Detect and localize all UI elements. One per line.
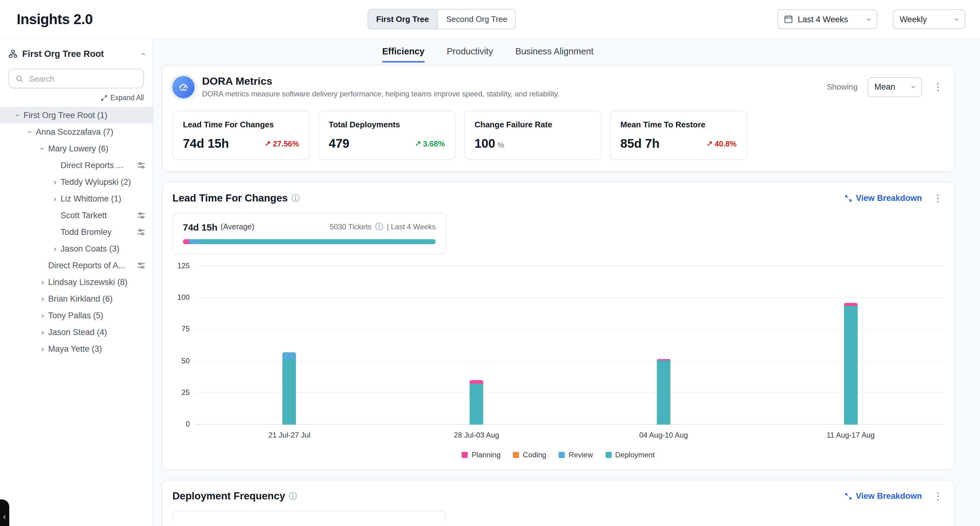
chevron-right-icon[interactable]: › xyxy=(49,244,60,253)
metric-card-total-deployments: Total Deployments479↗3.68% xyxy=(318,111,455,160)
tree-item-label: Todd Bromley xyxy=(60,228,111,237)
sidebar-collapse-icon[interactable]: › xyxy=(139,53,147,55)
filter-sliders-icon[interactable] xyxy=(137,228,145,236)
expand-all-label: Expand All xyxy=(110,94,144,101)
info-icon[interactable]: ⓘ xyxy=(375,221,383,233)
showing-label: Showing xyxy=(827,82,858,91)
info-icon[interactable]: ⓘ xyxy=(292,193,300,204)
deployment-menu-dots-icon[interactable]: ⋮ xyxy=(932,491,944,501)
gridline xyxy=(196,424,944,425)
chevron-down-icon[interactable]: › xyxy=(38,143,47,154)
bar-segment-planning xyxy=(469,381,483,384)
org-toggle-first-org-tree[interactable]: First Org Tree xyxy=(368,10,438,29)
legend-label: Planning xyxy=(472,451,501,459)
tree-item-anna-scozzafava-7[interactable]: ›Anna Scozzafava (7) xyxy=(0,124,153,140)
lead-time-panel: Lead Time For Changes ⓘ View Breakdown xyxy=(162,182,955,470)
lead-time-title: Lead Time For Changes xyxy=(172,192,288,204)
chart-plot xyxy=(196,266,944,425)
gridline xyxy=(196,297,944,298)
tree-item-lindsay-liszewski-8[interactable]: ›Lindsay Liszewski (8) xyxy=(0,274,153,290)
metric-card-mean-time-to-restore: Mean Time To Restore85d 7h↗40.8% xyxy=(610,111,747,160)
filter-sliders-icon[interactable] xyxy=(137,161,145,169)
bar-segment-review xyxy=(283,352,296,359)
chevron-down-icon[interactable]: › xyxy=(25,126,35,137)
tree-item-jason-stead-4[interactable]: ›Jason Stead (4) xyxy=(0,324,153,341)
tab-efficiency[interactable]: Efficiency xyxy=(382,46,425,62)
view-breakdown-button[interactable]: View Breakdown xyxy=(845,491,922,500)
metric-value-row: 100% xyxy=(474,137,591,151)
view-breakdown-button[interactable]: View Breakdown xyxy=(845,193,922,203)
org-toggle-second-org-tree[interactable]: Second Org Tree xyxy=(438,10,515,29)
bar-segment-deployment xyxy=(657,360,670,425)
y-tick-label: 50 xyxy=(181,356,190,365)
tree-item-direct-reports[interactable]: Direct Reports ... xyxy=(0,157,153,174)
lead-time-summary-card: 74d 15h (Average) 5030 Tickets ⓘ | Last … xyxy=(172,213,446,254)
tree-item-jason-coats-3[interactable]: ›Jason Coats (3) xyxy=(0,241,153,257)
view-breakdown-label: View Breakdown xyxy=(856,193,922,203)
tab-productivity[interactable]: Productivity xyxy=(447,46,493,62)
legend-item-deployment[interactable]: Deployment xyxy=(605,451,655,459)
filter-sliders-icon[interactable] xyxy=(137,261,145,269)
org-tree-icon xyxy=(9,49,17,58)
tree-item-brian-kirkland-6[interactable]: ›Brian Kirkland (6) xyxy=(0,290,153,307)
org-tree-toggle: First Org TreeSecond Org Tree xyxy=(368,9,516,29)
legend-item-coding[interactable]: Coding xyxy=(513,451,546,459)
granularity-select[interactable]: Weekly › xyxy=(893,9,965,29)
chevron-right-icon[interactable]: › xyxy=(49,177,60,186)
sidebar-collapse-handle[interactable]: › xyxy=(0,499,9,526)
chevron-right-icon[interactable]: › xyxy=(37,294,48,303)
metric-value-row: 479↗3.68% xyxy=(329,137,445,151)
tree-item-liz-whittome-1[interactable]: ›Liz Whittome (1) xyxy=(0,190,153,207)
tree-item-teddy-wylupski-2[interactable]: ›Teddy Wylupski (2) xyxy=(0,174,153,190)
tree-item-mary-lowery-6[interactable]: ›Mary Lowery (6) xyxy=(0,140,153,157)
chevron-down-icon[interactable]: › xyxy=(13,110,22,121)
tree-item-todd-bromley[interactable]: Todd Bromley xyxy=(0,224,153,241)
dora-menu-dots-icon[interactable]: ⋮ xyxy=(932,82,944,92)
tree-item-first-org-tree-root-1[interactable]: ›First Org Tree Root (1) xyxy=(0,107,153,124)
phase-segment-planning xyxy=(183,239,189,244)
deployment-summary-card xyxy=(172,510,446,522)
chevron-right-icon[interactable]: › xyxy=(37,311,48,320)
metric-value: 479 xyxy=(329,137,349,151)
metric-card-change-failure-rate: Change Failure Rate100% xyxy=(464,111,601,160)
deployment-frequency-title: Deployment Frequency xyxy=(172,490,285,502)
dora-titles: DORA Metrics DORA metrics measure softwa… xyxy=(202,75,560,98)
chevron-right-icon[interactable]: › xyxy=(49,194,60,203)
legend-item-planning[interactable]: Planning xyxy=(462,451,501,459)
search-input[interactable] xyxy=(28,73,137,84)
dora-title: DORA Metrics xyxy=(202,75,560,88)
chevron-down-icon: › xyxy=(910,86,918,88)
summary-top: 74d 15h (Average) 5030 Tickets ⓘ | Last … xyxy=(183,221,436,233)
calendar-icon xyxy=(784,15,793,24)
dora-subtitle: DORA metrics measure software delivery p… xyxy=(202,89,560,98)
metric-delta: ↗40.8% xyxy=(706,139,737,148)
filter-sliders-icon[interactable] xyxy=(137,211,145,220)
tree-item-scott-tarkett[interactable]: Scott Tarkett xyxy=(0,207,153,224)
info-icon[interactable]: ⓘ xyxy=(289,491,297,502)
chart-x-labels: 21 Jul-27 Jul28 Jul-03 Aug04 Aug-10 Aug1… xyxy=(196,431,944,441)
tree-item-label: Teddy Wylupski (2) xyxy=(60,177,131,186)
chevron-right-icon[interactable]: › xyxy=(37,344,48,354)
tab-business-alignment[interactable]: Business Alignment xyxy=(515,46,593,62)
sidebar-header: First Org Tree Root › xyxy=(0,45,153,62)
chevron-right-icon[interactable]: › xyxy=(37,277,48,287)
tickets-count: 5030 Tickets xyxy=(330,223,371,231)
lead-time-menu-dots-icon[interactable]: ⋮ xyxy=(932,193,944,203)
chevron-right-icon[interactable]: › xyxy=(37,328,48,337)
date-range-select[interactable]: Last 4 Weeks › xyxy=(777,9,877,29)
legend-item-review[interactable]: Review xyxy=(558,451,593,459)
expand-all-button[interactable]: Expand All xyxy=(9,94,144,101)
showing-select[interactable]: Mean › xyxy=(867,77,922,97)
tree-item-label: Brian Kirkland (6) xyxy=(48,294,113,303)
metric-card-lead-time-for-changes: Lead Time For Changes74d 15h↗27.56% xyxy=(172,111,310,160)
metric-value: 100 xyxy=(474,137,495,151)
tree-item-maya-yette-3[interactable]: ›Maya Yette (3) xyxy=(0,341,153,357)
tree-item-label: Anna Scozzafava (7) xyxy=(36,128,113,137)
y-tick-label: 100 xyxy=(177,293,190,301)
tree-item-tony-pallas-5[interactable]: ›Tony Pallas (5) xyxy=(0,307,153,324)
search-icon xyxy=(16,75,24,83)
phase-segment-review xyxy=(189,239,200,244)
tree-item-direct-reports-of-a[interactable]: Direct Reports of A... xyxy=(0,257,153,274)
chevron-down-icon: › xyxy=(953,18,961,21)
chart-bar-11-aug-17-aug xyxy=(844,303,858,425)
